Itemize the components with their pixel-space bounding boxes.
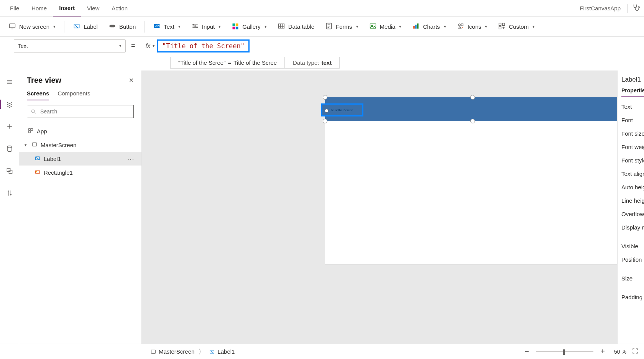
fx-button[interactable]: fx	[146, 43, 150, 49]
property-selector-label: Text	[18, 43, 28, 49]
chevron-down-icon: ▾	[356, 24, 358, 29]
menu-action[interactable]: Action	[105, 0, 134, 16]
prop-line-height[interactable]: Line height	[618, 197, 644, 204]
button-button[interactable]: Button	[104, 20, 140, 33]
zoom-in-button[interactable]: +	[599, 347, 606, 356]
prop-text-align[interactable]: Text alignm	[618, 170, 644, 177]
charts-dropdown[interactable]: Charts ▾	[407, 20, 450, 33]
new-screen-button[interactable]: New screen ▾	[4, 20, 60, 33]
chevron-down-icon: ▾	[485, 24, 487, 29]
breadcrumb-label1[interactable]: Label1	[209, 348, 235, 355]
selected-label-control[interactable]: tle of the Screen	[321, 103, 363, 116]
screen-icon	[31, 141, 38, 149]
tab-properties[interactable]: Properties	[621, 87, 644, 97]
tree-node-rectangle1[interactable]: Rectangle1	[19, 166, 141, 179]
chevron-down-icon[interactable]: ▾	[153, 43, 155, 48]
tree-view-button[interactable]	[2, 98, 17, 110]
svg-point-20	[458, 24, 460, 26]
chevron-down-icon: ▾	[399, 24, 401, 29]
fit-to-window-button[interactable]	[632, 348, 639, 356]
close-icon[interactable]: ✕	[129, 77, 134, 84]
prop-auto-height[interactable]: Auto height	[618, 184, 644, 190]
prop-display-mode[interactable]: Display mo	[618, 224, 644, 231]
svg-rect-11	[233, 27, 235, 30]
text-label: Text	[164, 23, 174, 30]
tree-node-label: App	[37, 128, 47, 134]
svg-rect-1	[10, 24, 15, 28]
chevron-down-icon: ▾	[444, 24, 446, 29]
data-table-button[interactable]: Data table	[273, 20, 319, 33]
prop-font-size[interactable]: Font size	[618, 130, 644, 137]
prop-font[interactable]: Font	[618, 117, 644, 123]
breadcrumb-label: Label1	[217, 348, 235, 355]
insert-button[interactable]	[2, 120, 17, 133]
search-input[interactable]	[39, 108, 130, 115]
icons-dropdown[interactable]: Icons ▾	[452, 20, 492, 33]
svg-point-26	[7, 146, 12, 148]
tab-components[interactable]: Components	[58, 90, 90, 100]
canvas-stage[interactable]	[325, 97, 617, 264]
app-checker-icon[interactable]	[632, 3, 640, 13]
more-icon[interactable]: ···	[127, 156, 141, 162]
left-rail	[0, 70, 19, 344]
menu-view[interactable]: View	[81, 0, 105, 16]
canvas[interactable]: tle of the Screen	[142, 70, 617, 344]
text-dropdown[interactable]: Abc Text ▾	[148, 20, 185, 33]
data-table-label: Data table	[288, 23, 314, 30]
svg-rect-30	[29, 128, 31, 130]
button-icon	[108, 22, 116, 31]
result-eq: =	[228, 59, 231, 66]
label-button[interactable]: Label	[68, 20, 102, 33]
tree-node-masterscreen[interactable]: ▾ MasterScreen	[19, 138, 141, 152]
menu-insert[interactable]: Insert	[53, 0, 81, 16]
expander-icon[interactable]: ▾	[23, 143, 28, 148]
svg-rect-25	[499, 27, 501, 29]
chevron-down-icon: ▾	[53, 24, 56, 29]
prop-visible[interactable]: Visible	[618, 243, 644, 249]
icons-icon	[457, 22, 465, 31]
menu-file[interactable]: File	[4, 0, 25, 16]
tree-node-app[interactable]: App	[19, 124, 141, 138]
breadcrumb-screen[interactable]: MasterScreen	[150, 348, 194, 355]
resize-handle[interactable]	[325, 109, 329, 113]
zoom-out-button[interactable]: −	[523, 347, 531, 356]
input-label: Input	[202, 23, 215, 30]
search-icon	[30, 108, 36, 115]
zoom-thumb[interactable]	[563, 349, 565, 355]
svg-point-29	[31, 110, 34, 113]
formula-input[interactable]: "Title of the Screen"	[162, 42, 245, 50]
charts-icon	[412, 22, 420, 31]
prop-padding[interactable]: Padding	[618, 294, 644, 300]
prop-font-weight[interactable]: Font weight	[618, 144, 644, 150]
media-rail-button[interactable]	[2, 165, 17, 177]
rectangle-icon	[34, 169, 41, 176]
property-selector[interactable]: Text ▾	[14, 39, 126, 52]
prop-size[interactable]: Size	[618, 275, 644, 282]
tree-node-label: MasterScreen	[41, 142, 76, 148]
svg-rect-12	[236, 27, 238, 30]
input-dropdown[interactable]: Input ▾	[187, 20, 225, 33]
breadcrumb-label: MasterScreen	[159, 348, 194, 355]
custom-dropdown[interactable]: Custom ▾	[493, 20, 539, 33]
media-dropdown[interactable]: Media ▾	[365, 20, 406, 33]
zoom-slider[interactable]	[536, 351, 593, 352]
chevron-down-icon: ▾	[119, 43, 122, 48]
hamburger-button[interactable]	[2, 76, 17, 88]
tree-node-label1[interactable]: Label1 ···	[19, 152, 141, 166]
selected-rectangle[interactable]	[325, 97, 617, 121]
forms-dropdown[interactable]: Forms ▾	[320, 20, 363, 33]
prop-overflow[interactable]: Overflow	[618, 211, 644, 217]
menu-home[interactable]: Home	[25, 0, 53, 16]
svg-point-36	[36, 171, 37, 172]
tree-search[interactable]	[27, 105, 134, 118]
properties-panel: Label1 Properties Text Font Font size Fo…	[617, 70, 644, 344]
prop-text[interactable]: Text	[618, 103, 644, 110]
data-button[interactable]	[2, 143, 17, 155]
tab-screens[interactable]: Screens	[27, 90, 49, 100]
gallery-dropdown[interactable]: Gallery ▾	[227, 20, 271, 33]
advanced-tools-button[interactable]	[2, 187, 17, 199]
prop-font-style[interactable]: Font style	[618, 157, 644, 164]
chevron-down-icon: ▾	[532, 24, 535, 29]
prop-position[interactable]: Position	[618, 256, 644, 263]
tree-view-title: Tree view	[27, 76, 61, 85]
